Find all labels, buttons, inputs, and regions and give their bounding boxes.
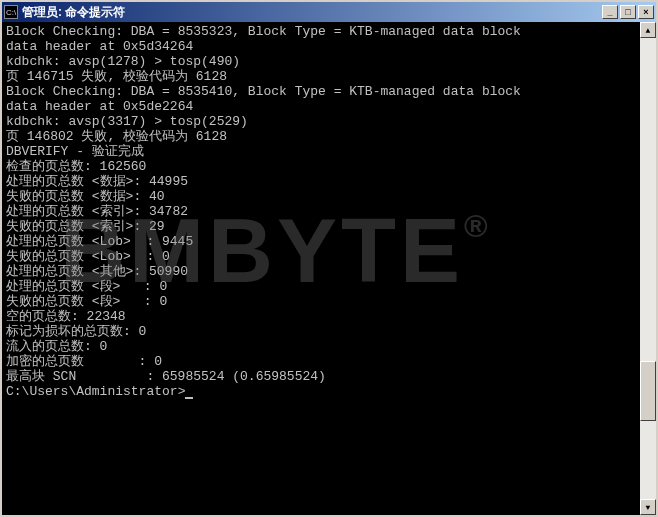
vertical-scrollbar[interactable]: ▲ ▼ <box>640 22 656 515</box>
terminal-output[interactable]: Block Checking: DBA = 8535323, Block Typ… <box>2 22 656 515</box>
window-title: 管理员: 命令提示符 <box>22 4 602 21</box>
scroll-up-button[interactable]: ▲ <box>640 22 656 38</box>
terminal-line: 失败的页总数 <索引>: 29 <box>6 219 652 234</box>
terminal-line: 处理的页总数 <数据>: 44995 <box>6 174 652 189</box>
terminal-line: 页 146802 失败, 校验代码为 6128 <box>6 129 652 144</box>
window-buttons: _ □ × <box>602 5 654 19</box>
terminal-line: 流入的页总数: 0 <box>6 339 652 354</box>
terminal-line: 处理的页总数 <索引>: 34782 <box>6 204 652 219</box>
titlebar[interactable]: C:\ 管理员: 命令提示符 _ □ × <box>2 2 656 22</box>
terminal-line: 检查的页总数: 162560 <box>6 159 652 174</box>
terminal-line: 加密的总页数 : 0 <box>6 354 652 369</box>
terminal-line: 最高块 SCN : 65985524 (0.65985524) <box>6 369 652 384</box>
terminal-line: 失败的总页数 <段> : 0 <box>6 294 652 309</box>
close-button[interactable]: × <box>638 5 654 19</box>
terminal-line: kdbchk: avsp(1278) > tosp(490) <box>6 54 652 69</box>
cursor <box>185 397 193 399</box>
terminal-line: 空的页总数: 22348 <box>6 309 652 324</box>
terminal-line: 页 146715 失败, 校验代码为 6128 <box>6 69 652 84</box>
terminal-line: data header at 0x5de2264 <box>6 99 652 114</box>
terminal-line: 处理的总页数 <Lob> : 9445 <box>6 234 652 249</box>
terminal-line: DBVERIFY - 验证完成 <box>6 144 652 159</box>
terminal-line: 失败的总页数 <Lob> : 0 <box>6 249 652 264</box>
scroll-track[interactable] <box>640 38 656 499</box>
terminal-line: data header at 0x5d34264 <box>6 39 652 54</box>
terminal-line: kdbchk: avsp(3317) > tosp(2529) <box>6 114 652 129</box>
terminal-line: 标记为损坏的总页数: 0 <box>6 324 652 339</box>
scroll-thumb[interactable] <box>640 361 656 421</box>
scroll-down-button[interactable]: ▼ <box>640 499 656 515</box>
cmd-icon: C:\ <box>4 5 18 19</box>
minimize-button[interactable]: _ <box>602 5 618 19</box>
terminal-line: 失败的页总数 <数据>: 40 <box>6 189 652 204</box>
terminal-line: Block Checking: DBA = 8535323, Block Typ… <box>6 24 652 39</box>
prompt-line[interactable]: C:\Users\Administrator> <box>6 384 652 399</box>
command-prompt-window: C:\ 管理员: 命令提示符 _ □ × Block Checking: DBA… <box>0 0 658 517</box>
maximize-button[interactable]: □ <box>620 5 636 19</box>
terminal-line: 处理的总页数 <其他>: 50990 <box>6 264 652 279</box>
terminal-line: Block Checking: DBA = 8535410, Block Typ… <box>6 84 652 99</box>
terminal-line: 处理的总页数 <段> : 0 <box>6 279 652 294</box>
